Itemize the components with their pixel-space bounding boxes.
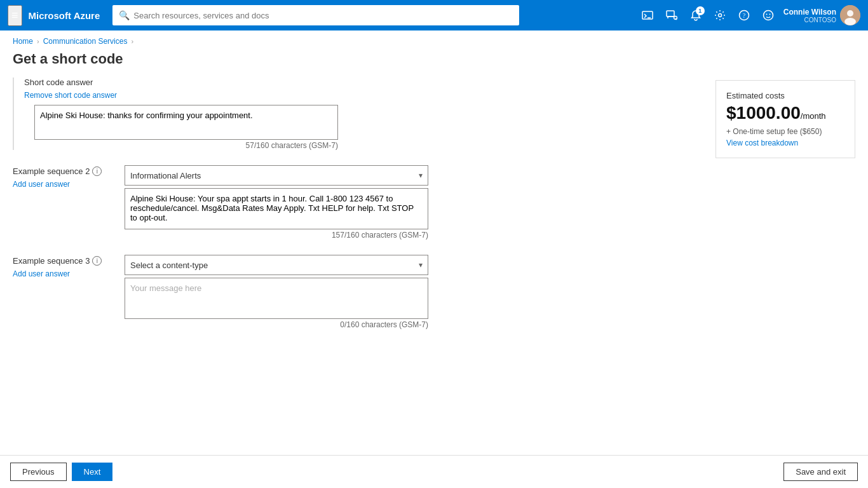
search-input[interactable] xyxy=(133,11,513,20)
hamburger-menu-button[interactable]: ≡ xyxy=(8,5,22,26)
svg-point-4 xyxy=(674,17,677,20)
example-3-info-icon: i xyxy=(92,256,102,266)
add-user-answer-2-link[interactable]: Add user answer xyxy=(13,180,70,189)
example-3-placeholder: Select a content-type xyxy=(130,261,208,270)
chevron-down-icon: ▾ xyxy=(419,171,423,180)
svg-point-8 xyxy=(763,11,773,20)
user-info: Connie Wilson CONTOSO xyxy=(783,8,836,24)
remove-short-code-answer-link[interactable]: Remove short code answer xyxy=(24,91,117,100)
cost-per: /month xyxy=(801,111,826,121)
user-name: Connie Wilson xyxy=(783,8,836,17)
left-panel: Short code answer Remove short code answ… xyxy=(13,78,703,455)
example-2-selected-value: Informational Alerts xyxy=(130,171,201,180)
view-cost-breakdown-link[interactable]: View cost breakdown xyxy=(726,139,798,147)
example-2-char-count: 157/160 characters (GSM-7) xyxy=(125,231,428,240)
svg-rect-2 xyxy=(667,11,674,17)
bottom-left-buttons: Previous Next xyxy=(10,463,112,481)
svg-point-12 xyxy=(847,10,853,17)
short-code-answer-textarea[interactable]: Alpine Ski House: thanks for confirming … xyxy=(34,105,338,140)
example-3-label: Example sequence 3 i xyxy=(13,256,114,266)
short-code-answer-section: Short code answer Remove short code answ… xyxy=(13,78,696,150)
example-2-left: Example sequence 2 i Add user answer xyxy=(13,165,114,240)
svg-point-9 xyxy=(766,14,767,15)
breadcrumb-communication-services[interactable]: Communication Services xyxy=(43,37,128,46)
example-3-char-count: 0/160 characters (GSM-7) xyxy=(125,320,428,329)
svg-point-10 xyxy=(769,14,770,15)
app-title: Microsoft Azure xyxy=(29,10,100,21)
chevron-down-icon-3: ▾ xyxy=(419,261,423,269)
short-code-answer-char-count: 57/160 characters (GSM-7) xyxy=(34,141,338,150)
search-bar[interactable]: 🔍 xyxy=(112,5,519,25)
example-sequence-2-section: Example sequence 2 i Add user answer Inf… xyxy=(13,165,696,240)
example-3-message-textarea[interactable] xyxy=(125,278,428,319)
breadcrumb: Home › Communication Services › xyxy=(0,30,868,48)
feedback-button[interactable] xyxy=(660,4,683,27)
example-3-right: Select a content-type ▾ 0/160 characters… xyxy=(125,255,696,329)
nav-icon-group: 1 ? Connie Wilson CONTOSO xyxy=(636,4,860,27)
user-menu[interactable]: Connie Wilson CONTOSO xyxy=(783,5,860,25)
cost-amount-row: $1000.00/month xyxy=(726,103,844,123)
help-button[interactable]: ? xyxy=(733,4,756,27)
previous-button[interactable]: Previous xyxy=(10,463,67,481)
right-panel: Estimated costs $1000.00/month + One-tim… xyxy=(715,78,855,455)
example-3-left: Example sequence 3 i Add user answer xyxy=(13,255,114,329)
smiley-button[interactable] xyxy=(757,4,780,27)
cost-amount: $1000.00 xyxy=(726,103,801,123)
breadcrumb-home[interactable]: Home xyxy=(13,37,33,46)
page-title: Get a short code xyxy=(0,48,868,78)
estimated-costs-card: Estimated costs $1000.00/month + One-tim… xyxy=(715,80,855,158)
notification-badge: 1 xyxy=(696,6,705,15)
svg-point-13 xyxy=(844,18,856,25)
search-icon: 🔍 xyxy=(119,10,130,20)
breadcrumb-sep-2: › xyxy=(131,37,133,45)
user-org: CONTOSO xyxy=(804,17,836,24)
avatar xyxy=(840,5,860,25)
settings-button[interactable] xyxy=(709,4,731,27)
estimated-costs-label: Estimated costs xyxy=(726,91,844,100)
example-2-info-icon: i xyxy=(92,166,102,176)
cloud-shell-button[interactable] xyxy=(636,4,659,27)
example-3-content-type-dropdown[interactable]: Select a content-type ▾ xyxy=(125,255,428,275)
bottom-bar: Previous Next Save and exit xyxy=(0,455,868,488)
add-user-answer-3-link[interactable]: Add user answer xyxy=(13,269,70,278)
notifications-button[interactable]: 1 xyxy=(684,4,707,27)
example-2-right: Informational Alerts ▾ Alpine Ski House:… xyxy=(125,165,696,240)
breadcrumb-sep-1: › xyxy=(37,37,39,45)
example-2-content-type-dropdown[interactable]: Informational Alerts ▾ xyxy=(125,165,428,186)
top-navigation: ≡ Microsoft Azure 🔍 1 ? Connie Wilson CO… xyxy=(0,0,868,30)
cost-setup-fee: + One-time setup fee ($650) xyxy=(726,127,844,136)
example-2-message-textarea[interactable]: Alpine Ski House: Your spa appt starts i… xyxy=(125,188,428,229)
svg-point-5 xyxy=(718,14,721,17)
save-exit-button[interactable]: Save and exit xyxy=(783,463,858,481)
main-content: Short code answer Remove short code answ… xyxy=(0,78,868,455)
short-code-answer-label: Short code answer xyxy=(24,78,696,87)
svg-text:?: ? xyxy=(743,12,746,19)
example-sequence-3-section: Example sequence 3 i Add user answer Sel… xyxy=(13,255,696,329)
example-2-label: Example sequence 2 i xyxy=(13,166,114,176)
next-button[interactable]: Next xyxy=(72,463,113,481)
